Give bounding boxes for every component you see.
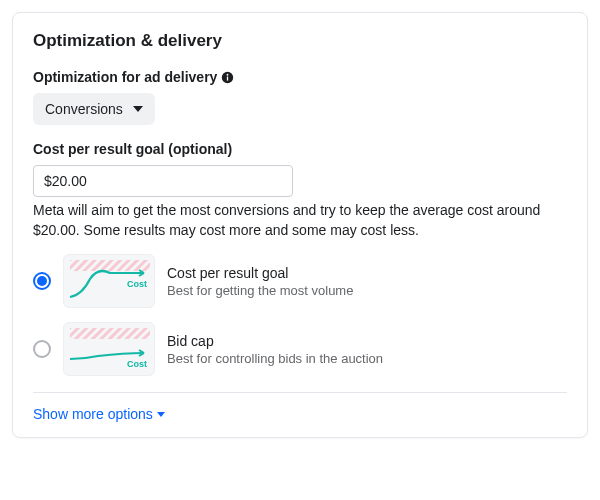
cost-goal-label: Cost per result goal (optional): [33, 141, 567, 157]
divider: [33, 392, 567, 393]
info-icon[interactable]: [221, 71, 234, 84]
svg-rect-7: [70, 328, 150, 339]
radio-button[interactable]: [33, 272, 51, 290]
section-title: Optimization & delivery: [33, 31, 567, 51]
svg-text:Cost: Cost: [127, 279, 147, 289]
strategy-subtitle: Best for getting the most volume: [167, 283, 353, 298]
strategy-thumbnail: Cost: [63, 322, 155, 376]
svg-rect-1: [227, 76, 228, 80]
strategy-title: Cost per result goal: [167, 265, 353, 281]
optimization-label: Optimization for ad delivery: [33, 69, 217, 85]
optimization-value: Conversions: [45, 101, 123, 117]
optimization-dropdown[interactable]: Conversions: [33, 93, 155, 125]
svg-text:Cost: Cost: [127, 359, 147, 369]
strategy-thumbnail: Cost: [63, 254, 155, 308]
strategy-text: Bid cap Best for controlling bids in the…: [167, 333, 383, 366]
show-more-label: Show more options: [33, 406, 153, 422]
caret-down-icon: [133, 106, 143, 112]
svg-point-2: [227, 73, 229, 75]
radio-button[interactable]: [33, 340, 51, 358]
strategy-title: Bid cap: [167, 333, 383, 349]
strategy-subtitle: Best for controlling bids in the auction: [167, 351, 383, 366]
optimization-label-row: Optimization for ad delivery: [33, 69, 567, 85]
strategy-text: Cost per result goal Best for getting th…: [167, 265, 353, 298]
caret-down-icon: [157, 412, 165, 417]
optimization-delivery-card: Optimization & delivery Optimization for…: [12, 12, 588, 438]
svg-rect-4: [70, 260, 150, 271]
strategy-option-cost-per-result[interactable]: Cost Cost per result goal Best for getti…: [33, 254, 567, 308]
cost-goal-input[interactable]: [33, 165, 293, 197]
strategy-option-bid-cap[interactable]: Cost Bid cap Best for controlling bids i…: [33, 322, 567, 376]
cost-goal-help: Meta will aim to get the most conversion…: [33, 201, 567, 240]
show-more-options-link[interactable]: Show more options: [33, 406, 165, 422]
